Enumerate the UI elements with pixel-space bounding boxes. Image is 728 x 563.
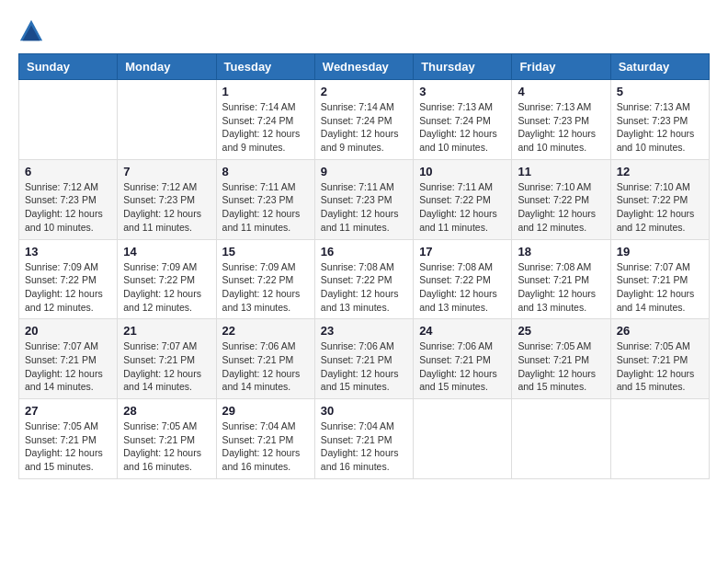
day-number: 26 bbox=[617, 324, 703, 338]
calendar-day-cell: 17Sunrise: 7:08 AMSunset: 7:22 PMDayligh… bbox=[414, 239, 512, 319]
day-info: Sunrise: 7:06 AMSunset: 7:21 PMDaylight:… bbox=[419, 339, 506, 394]
calendar-day-cell: 1Sunrise: 7:14 AMSunset: 7:24 PMDaylight… bbox=[216, 80, 314, 160]
day-number: 9 bbox=[321, 165, 407, 178]
day-info: Sunrise: 7:04 AMSunset: 7:21 PMDaylight:… bbox=[222, 419, 309, 474]
day-number: 11 bbox=[518, 165, 604, 178]
day-number: 24 bbox=[419, 324, 506, 338]
day-info: Sunrise: 7:08 AMSunset: 7:21 PMDaylight:… bbox=[518, 260, 604, 315]
day-info: Sunrise: 7:08 AMSunset: 7:22 PMDaylight:… bbox=[321, 260, 407, 315]
day-info: Sunrise: 7:05 AMSunset: 7:21 PMDaylight:… bbox=[617, 339, 703, 394]
calendar-day-cell: 15Sunrise: 7:09 AMSunset: 7:22 PMDayligh… bbox=[216, 239, 314, 319]
day-info: Sunrise: 7:05 AMSunset: 7:21 PMDaylight:… bbox=[25, 419, 111, 474]
calendar-day-cell: 2Sunrise: 7:14 AMSunset: 7:24 PMDaylight… bbox=[314, 80, 413, 160]
day-info: Sunrise: 7:11 AMSunset: 7:23 PMDaylight:… bbox=[222, 180, 309, 235]
calendar-day-cell: 8Sunrise: 7:11 AMSunset: 7:23 PMDaylight… bbox=[216, 159, 314, 239]
calendar-day-cell bbox=[414, 399, 512, 479]
day-number: 6 bbox=[25, 165, 111, 178]
calendar-day-cell: 7Sunrise: 7:12 AMSunset: 7:23 PMDaylight… bbox=[118, 159, 216, 239]
day-of-week-header: Friday bbox=[512, 54, 610, 80]
day-info: Sunrise: 7:14 AMSunset: 7:24 PMDaylight:… bbox=[321, 100, 407, 155]
day-info: Sunrise: 7:09 AMSunset: 7:22 PMDaylight:… bbox=[25, 260, 111, 315]
calendar-day-cell: 12Sunrise: 7:10 AMSunset: 7:22 PMDayligh… bbox=[610, 159, 709, 239]
day-number: 3 bbox=[419, 85, 506, 98]
calendar-week-row: 20Sunrise: 7:07 AMSunset: 7:21 PMDayligh… bbox=[19, 319, 710, 399]
day-info: Sunrise: 7:09 AMSunset: 7:22 PMDaylight:… bbox=[123, 260, 210, 315]
day-info: Sunrise: 7:05 AMSunset: 7:21 PMDaylight:… bbox=[518, 339, 604, 394]
day-info: Sunrise: 7:10 AMSunset: 7:22 PMDaylight:… bbox=[518, 180, 604, 235]
calendar-day-cell: 3Sunrise: 7:13 AMSunset: 7:24 PMDaylight… bbox=[414, 80, 512, 160]
calendar-day-cell bbox=[610, 399, 709, 479]
calendar-week-row: 27Sunrise: 7:05 AMSunset: 7:21 PMDayligh… bbox=[19, 399, 710, 479]
day-number: 25 bbox=[518, 324, 604, 338]
calendar-day-cell: 10Sunrise: 7:11 AMSunset: 7:22 PMDayligh… bbox=[414, 159, 512, 239]
day-number: 22 bbox=[222, 324, 309, 338]
calendar-day-cell: 23Sunrise: 7:06 AMSunset: 7:21 PMDayligh… bbox=[314, 319, 413, 399]
calendar-table: SundayMondayTuesdayWednesdayThursdayFrid… bbox=[18, 53, 710, 479]
logo-icon bbox=[18, 18, 44, 44]
calendar-week-row: 13Sunrise: 7:09 AMSunset: 7:22 PMDayligh… bbox=[19, 239, 710, 319]
day-info: Sunrise: 7:13 AMSunset: 7:24 PMDaylight:… bbox=[419, 100, 506, 155]
day-info: Sunrise: 7:11 AMSunset: 7:22 PMDaylight:… bbox=[419, 180, 506, 235]
day-number: 13 bbox=[25, 245, 111, 259]
day-info: Sunrise: 7:04 AMSunset: 7:21 PMDaylight:… bbox=[321, 419, 407, 474]
day-info: Sunrise: 7:07 AMSunset: 7:21 PMDaylight:… bbox=[25, 339, 111, 394]
day-info: Sunrise: 7:10 AMSunset: 7:22 PMDaylight:… bbox=[617, 180, 703, 235]
calendar-day-cell: 24Sunrise: 7:06 AMSunset: 7:21 PMDayligh… bbox=[414, 319, 512, 399]
calendar-day-cell: 21Sunrise: 7:07 AMSunset: 7:21 PMDayligh… bbox=[118, 319, 216, 399]
calendar-day-cell: 27Sunrise: 7:05 AMSunset: 7:21 PMDayligh… bbox=[19, 399, 118, 479]
day-number: 28 bbox=[123, 404, 210, 418]
calendar-day-cell: 18Sunrise: 7:08 AMSunset: 7:21 PMDayligh… bbox=[512, 239, 610, 319]
calendar-day-cell: 30Sunrise: 7:04 AMSunset: 7:21 PMDayligh… bbox=[314, 399, 413, 479]
day-info: Sunrise: 7:11 AMSunset: 7:23 PMDaylight:… bbox=[321, 180, 407, 235]
page-header bbox=[18, 18, 710, 44]
calendar-day-cell: 6Sunrise: 7:12 AMSunset: 7:23 PMDaylight… bbox=[19, 159, 118, 239]
day-of-week-header: Thursday bbox=[414, 54, 512, 80]
day-number: 23 bbox=[321, 324, 407, 338]
calendar-week-row: 6Sunrise: 7:12 AMSunset: 7:23 PMDaylight… bbox=[19, 159, 710, 239]
day-number: 21 bbox=[123, 324, 210, 338]
day-number: 14 bbox=[123, 245, 210, 259]
day-info: Sunrise: 7:06 AMSunset: 7:21 PMDaylight:… bbox=[321, 339, 407, 394]
day-number: 30 bbox=[321, 404, 407, 418]
day-number: 15 bbox=[222, 245, 309, 259]
calendar-day-cell: 29Sunrise: 7:04 AMSunset: 7:21 PMDayligh… bbox=[216, 399, 314, 479]
day-number: 4 bbox=[518, 85, 604, 98]
day-info: Sunrise: 7:13 AMSunset: 7:23 PMDaylight:… bbox=[617, 100, 703, 155]
day-number: 19 bbox=[617, 245, 703, 259]
day-info: Sunrise: 7:06 AMSunset: 7:21 PMDaylight:… bbox=[222, 339, 309, 394]
day-number: 16 bbox=[321, 245, 407, 259]
day-of-week-header: Saturday bbox=[610, 54, 709, 80]
calendar-day-cell: 13Sunrise: 7:09 AMSunset: 7:22 PMDayligh… bbox=[19, 239, 118, 319]
day-number: 10 bbox=[419, 165, 506, 178]
day-of-week-header: Wednesday bbox=[314, 54, 413, 80]
day-info: Sunrise: 7:05 AMSunset: 7:21 PMDaylight:… bbox=[123, 419, 210, 474]
calendar-day-cell: 16Sunrise: 7:08 AMSunset: 7:22 PMDayligh… bbox=[314, 239, 413, 319]
day-info: Sunrise: 7:13 AMSunset: 7:23 PMDaylight:… bbox=[518, 100, 604, 155]
calendar-day-cell: 22Sunrise: 7:06 AMSunset: 7:21 PMDayligh… bbox=[216, 319, 314, 399]
logo bbox=[18, 18, 46, 44]
day-info: Sunrise: 7:12 AMSunset: 7:23 PMDaylight:… bbox=[123, 180, 210, 235]
day-number: 27 bbox=[25, 404, 111, 418]
day-of-week-header: Sunday bbox=[19, 54, 118, 80]
calendar-day-cell: 19Sunrise: 7:07 AMSunset: 7:21 PMDayligh… bbox=[610, 239, 709, 319]
calendar-week-row: 1Sunrise: 7:14 AMSunset: 7:24 PMDaylight… bbox=[19, 80, 710, 160]
calendar-day-cell bbox=[512, 399, 610, 479]
calendar-day-cell: 5Sunrise: 7:13 AMSunset: 7:23 PMDaylight… bbox=[610, 80, 709, 160]
day-number: 18 bbox=[518, 245, 604, 259]
day-number: 7 bbox=[123, 165, 210, 178]
calendar-day-cell: 20Sunrise: 7:07 AMSunset: 7:21 PMDayligh… bbox=[19, 319, 118, 399]
day-number: 5 bbox=[617, 85, 703, 98]
day-number: 29 bbox=[222, 404, 309, 418]
calendar-day-cell: 25Sunrise: 7:05 AMSunset: 7:21 PMDayligh… bbox=[512, 319, 610, 399]
day-of-week-header: Monday bbox=[118, 54, 216, 80]
calendar-day-cell: 14Sunrise: 7:09 AMSunset: 7:22 PMDayligh… bbox=[118, 239, 216, 319]
day-info: Sunrise: 7:12 AMSunset: 7:23 PMDaylight:… bbox=[25, 180, 111, 235]
calendar-day-cell: 26Sunrise: 7:05 AMSunset: 7:21 PMDayligh… bbox=[610, 319, 709, 399]
day-number: 2 bbox=[321, 85, 407, 98]
day-info: Sunrise: 7:09 AMSunset: 7:22 PMDaylight:… bbox=[222, 260, 309, 315]
day-number: 12 bbox=[617, 165, 703, 178]
calendar-day-cell: 11Sunrise: 7:10 AMSunset: 7:22 PMDayligh… bbox=[512, 159, 610, 239]
calendar-day-cell: 4Sunrise: 7:13 AMSunset: 7:23 PMDaylight… bbox=[512, 80, 610, 160]
day-info: Sunrise: 7:08 AMSunset: 7:22 PMDaylight:… bbox=[419, 260, 506, 315]
calendar-day-cell: 9Sunrise: 7:11 AMSunset: 7:23 PMDaylight… bbox=[314, 159, 413, 239]
